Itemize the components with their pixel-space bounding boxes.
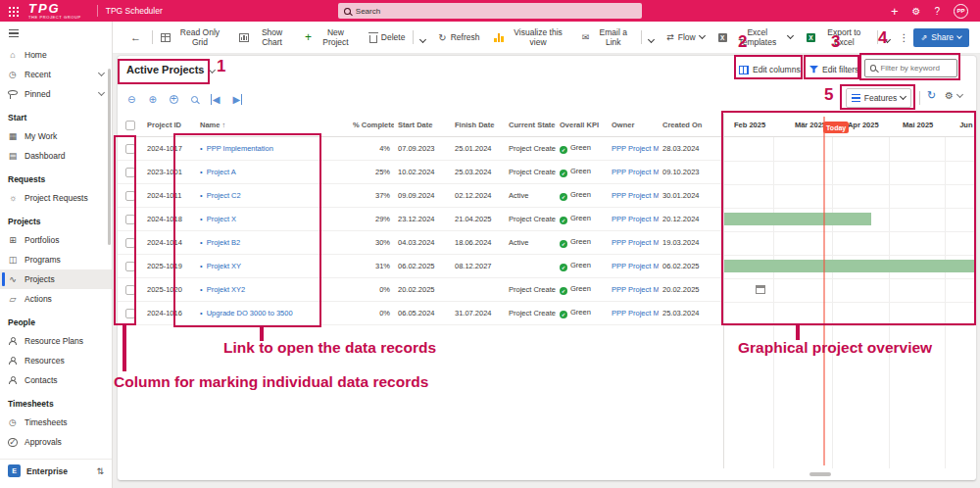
- sidebar-item-dashboard[interactable]: ▤Dashboard: [0, 146, 112, 166]
- calendar-milestone-icon[interactable]: [756, 285, 765, 294]
- record-link[interactable]: Project X: [207, 215, 236, 223]
- sidebar-item-projects[interactable]: ∿Projects: [0, 269, 112, 289]
- owner-link[interactable]: PPP Project Ma: [612, 144, 659, 153]
- record-link[interactable]: Projekt XY2: [207, 285, 246, 294]
- sidebar-item-pinned[interactable]: Pinned: [0, 84, 112, 104]
- gantt-bar-project-x[interactable]: [724, 213, 871, 225]
- column-header-project-id[interactable]: Project ID: [143, 121, 196, 129]
- search-icon[interactable]: [191, 96, 198, 103]
- refresh-button[interactable]: ↻Refresh: [431, 22, 486, 53]
- column-header-current-state[interactable]: Current State: [505, 121, 556, 129]
- column-header-overall-kpi[interactable]: Overall KPI: [556, 121, 608, 129]
- global-search-input[interactable]: [356, 7, 636, 16]
- column-header-owner[interactable]: Owner: [608, 121, 659, 129]
- owner-link[interactable]: PPP Project Ma: [612, 191, 659, 200]
- grid-settings-gear[interactable]: ⚙: [945, 90, 962, 101]
- read-only-grid-button[interactable]: Read Only Grid: [154, 22, 232, 53]
- sidebar-item-my-work[interactable]: ▦My Work: [0, 126, 112, 146]
- owner-link[interactable]: PPP Project Ma: [612, 262, 659, 270]
- record-link[interactable]: PPP Implementation: [207, 144, 273, 153]
- keyword-filter[interactable]: [864, 59, 957, 77]
- flow-button[interactable]: ⇄Flow: [660, 22, 711, 53]
- sidebar-item-actions[interactable]: ▱Actions: [0, 289, 112, 309]
- gantt-bar-projekt-xy[interactable]: [724, 260, 974, 272]
- column-header-created-on[interactable]: Created On: [659, 121, 717, 129]
- hamburger-menu-icon[interactable]: [9, 29, 19, 37]
- row-checkbox[interactable]: [125, 285, 135, 295]
- avatar[interactable]: PP: [954, 4, 968, 19]
- fit-icon[interactable]: +: [170, 95, 178, 104]
- select-all-checkbox[interactable]: [125, 121, 135, 130]
- excel-templates-button[interactable]: XExcel Templates: [711, 22, 800, 53]
- skip-start-icon[interactable]: ◀: [211, 94, 220, 105]
- cell-created-on: 30.01.2024: [659, 191, 717, 200]
- cell-owner: PPP Project Ma: [608, 309, 659, 317]
- sidebar-item-approvals[interactable]: ✓Approvals: [0, 432, 112, 452]
- row-checkbox[interactable]: [125, 262, 135, 271]
- sidebar-item-resource-plans[interactable]: Resource Plans: [0, 331, 112, 351]
- row-checkbox[interactable]: [125, 144, 135, 154]
- keyword-filter-input[interactable]: [880, 64, 952, 73]
- sidebar-item-resources[interactable]: Resources: [0, 351, 112, 370]
- sidebar-item-contacts[interactable]: Contacts: [0, 370, 112, 390]
- new-project-label: New Project: [316, 27, 356, 47]
- row-checkbox[interactable]: [125, 238, 135, 248]
- skip-end-icon[interactable]: ▶: [232, 94, 242, 105]
- waffle-icon[interactable]: [8, 6, 19, 17]
- delete-dropdown-button[interactable]: [415, 30, 431, 45]
- sidebar-item-project-requests[interactable]: ☼Project Requests: [0, 188, 112, 208]
- sidebar-item-label: Home: [24, 50, 47, 60]
- owner-link[interactable]: PPP Project Ma: [612, 309, 659, 317]
- owner-link[interactable]: PPP Project Ma: [612, 168, 659, 176]
- sidebar-item-recent[interactable]: ◷Recent: [0, 65, 112, 84]
- column-header-name[interactable]: Name ↑: [196, 121, 349, 129]
- gantt-horizontal-scrollbar[interactable]: [809, 472, 831, 476]
- row-checkbox[interactable]: [125, 309, 135, 318]
- show-chart-button[interactable]: Show Chart: [232, 22, 298, 53]
- more-commands-icon[interactable]: ⋮: [896, 32, 913, 43]
- sidebar-item-timesheets[interactable]: ◷Timesheets: [0, 413, 112, 432]
- visualize-this-view-button[interactable]: Visualize this view: [486, 22, 574, 53]
- cell-start-date: 04.03.2024: [394, 238, 451, 247]
- edit-columns-button[interactable]: Edit columns: [739, 61, 801, 78]
- email-a-link-dropdown-button[interactable]: [643, 30, 660, 45]
- sidebar-item-portfolios[interactable]: ⊞Portfolios: [0, 230, 112, 250]
- share-button[interactable]: ⇗ Share: [913, 28, 969, 47]
- back-button[interactable]: ←: [121, 31, 151, 43]
- sidebar-item-programs[interactable]: ◫Programs: [0, 250, 112, 269]
- sidebar-scrollbar[interactable]: [108, 69, 111, 245]
- edit-filters-button[interactable]: Edit filters: [809, 61, 858, 78]
- export-to-excel-button[interactable]: XExport to Excel: [800, 22, 876, 53]
- row-checkbox[interactable]: [125, 215, 135, 224]
- record-link[interactable]: Upgrade DO 3000 to 3500: [207, 309, 293, 317]
- record-link[interactable]: Project C2: [207, 191, 241, 200]
- quick-create-icon[interactable]: +: [891, 5, 899, 18]
- view-selector[interactable]: Active Projects: [126, 64, 215, 75]
- owner-link[interactable]: PPP Project Ma: [612, 285, 659, 294]
- zoom-out-icon[interactable]: ⊖: [127, 94, 135, 105]
- new-project-button[interactable]: +New Project: [298, 22, 363, 53]
- features-dropdown[interactable]: Features: [846, 88, 911, 108]
- refresh-grid-icon[interactable]: ↻: [927, 89, 936, 102]
- environment-switcher[interactable]: E Enterprise ⇅: [0, 459, 112, 482]
- record-link[interactable]: Project A: [207, 168, 236, 176]
- column-header-finish-date[interactable]: Finish Date: [451, 121, 505, 129]
- sidebar-item-label: Portfolios: [24, 235, 59, 245]
- help-icon[interactable]: ?: [934, 6, 940, 17]
- settings-gear-icon[interactable]: ⚙: [911, 6, 920, 17]
- column-header-start-date[interactable]: Start Date: [394, 121, 451, 129]
- row-checkbox[interactable]: [125, 191, 135, 201]
- email-a-link-button[interactable]: ✉Email a Link: [575, 22, 641, 53]
- owner-link[interactable]: PPP Project Ma: [612, 238, 659, 247]
- zoom-in-icon[interactable]: ⊕: [148, 94, 156, 105]
- global-search[interactable]: [338, 3, 642, 19]
- sidebar-item-home[interactable]: ⌂Home: [0, 45, 112, 65]
- cell-project-id: 2024-1014: [143, 238, 196, 247]
- delete-button[interactable]: Delete: [363, 22, 413, 53]
- row-checkbox[interactable]: [125, 168, 135, 177]
- record-link[interactable]: Projekt B2: [207, 238, 241, 247]
- column-header--complete[interactable]: % Complete: [349, 121, 394, 129]
- record-link[interactable]: Projekt XY: [207, 262, 241, 270]
- export-to-excel-dropdown-button[interactable]: [879, 30, 896, 45]
- owner-link[interactable]: PPP Project Ma: [612, 215, 659, 223]
